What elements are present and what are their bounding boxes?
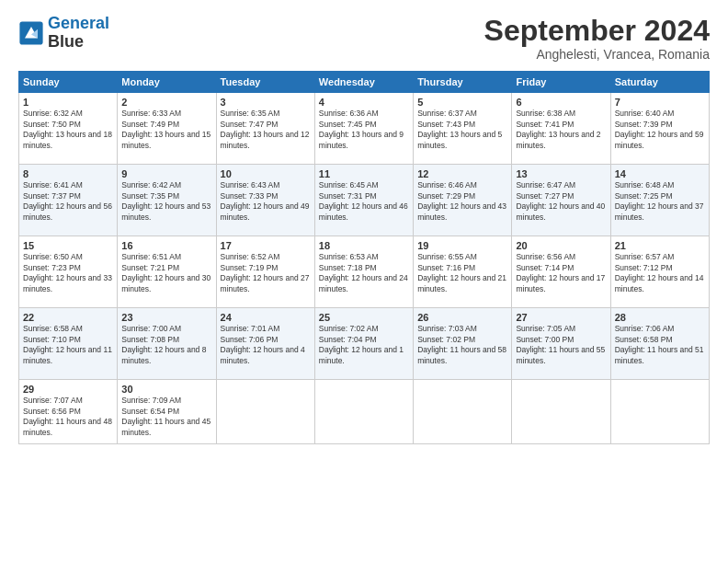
table-row (414, 380, 512, 444)
table-row: 29 Sunrise: 7:07 AM Sunset: 6:56 PM Dayl… (19, 380, 118, 444)
day-number: 28 (615, 312, 705, 323)
day-number: 7 (615, 97, 705, 108)
table-row (512, 380, 610, 444)
month-title: September 2024 (484, 15, 710, 47)
header-saturday: Saturday (610, 72, 709, 93)
day-info: Sunrise: 6:37 AM Sunset: 7:43 PM Dayligh… (417, 109, 507, 151)
day-number: 1 (23, 97, 113, 108)
table-row: 15 Sunrise: 6:50 AM Sunset: 7:23 PM Dayl… (19, 236, 118, 308)
day-info: Sunrise: 6:32 AM Sunset: 7:50 PM Dayligh… (23, 109, 113, 151)
day-number: 8 (23, 168, 113, 179)
day-info: Sunrise: 7:00 AM Sunset: 7:08 PM Dayligh… (121, 324, 211, 366)
day-number: 19 (417, 240, 507, 251)
day-info: Sunrise: 7:09 AM Sunset: 6:54 PM Dayligh… (121, 396, 211, 438)
page: General Blue September 2024 Anghelesti, … (0, 0, 728, 563)
day-info: Sunrise: 7:03 AM Sunset: 7:02 PM Dayligh… (417, 324, 507, 366)
day-number: 6 (516, 97, 606, 108)
calendar-table: Sunday Monday Tuesday Wednesday Thursday… (18, 71, 710, 444)
day-number: 2 (121, 97, 211, 108)
day-info: Sunrise: 6:43 AM Sunset: 7:33 PM Dayligh… (221, 180, 311, 223)
table-row: 19 Sunrise: 6:55 AM Sunset: 7:16 PM Dayl… (414, 236, 512, 308)
header-wednesday: Wednesday (314, 72, 413, 93)
table-row: 16 Sunrise: 6:51 AM Sunset: 7:21 PM Dayl… (118, 236, 216, 308)
day-info: Sunrise: 6:47 AM Sunset: 7:27 PM Dayligh… (516, 180, 606, 223)
day-number: 12 (417, 168, 507, 179)
day-info: Sunrise: 7:01 AM Sunset: 7:06 PM Dayligh… (221, 324, 311, 366)
title-block: September 2024 Anghelesti, Vrancea, Roma… (484, 15, 710, 62)
table-row: 20 Sunrise: 6:56 AM Sunset: 7:14 PM Dayl… (512, 236, 610, 308)
day-info: Sunrise: 7:07 AM Sunset: 6:56 PM Dayligh… (23, 396, 113, 438)
day-info: Sunrise: 6:57 AM Sunset: 7:12 PM Dayligh… (615, 252, 705, 294)
table-row (314, 380, 413, 444)
day-number: 4 (319, 97, 409, 108)
header-monday: Monday (118, 72, 216, 93)
day-info: Sunrise: 7:06 AM Sunset: 6:58 PM Dayligh… (615, 324, 705, 366)
day-number: 25 (319, 312, 409, 323)
header-thursday: Thursday (414, 72, 512, 93)
table-row: 30 Sunrise: 7:09 AM Sunset: 6:54 PM Dayl… (118, 380, 216, 444)
day-number: 5 (417, 97, 507, 108)
day-number: 22 (23, 312, 113, 323)
table-row: 3 Sunrise: 6:35 AM Sunset: 7:47 PM Dayli… (216, 93, 314, 165)
day-number: 30 (121, 384, 211, 395)
table-row: 21 Sunrise: 6:57 AM Sunset: 7:12 PM Dayl… (610, 236, 709, 308)
table-row: 17 Sunrise: 6:52 AM Sunset: 7:19 PM Dayl… (216, 236, 314, 308)
location-subtitle: Anghelesti, Vrancea, Romania (484, 47, 710, 62)
day-number: 16 (121, 240, 211, 251)
day-info: Sunrise: 6:41 AM Sunset: 7:37 PM Dayligh… (23, 180, 113, 223)
day-number: 17 (221, 240, 311, 251)
day-number: 11 (319, 168, 409, 179)
table-row: 9 Sunrise: 6:42 AM Sunset: 7:35 PM Dayli… (118, 165, 216, 236)
logo-text: General Blue (48, 15, 109, 52)
logo: General Blue (18, 15, 109, 52)
header-sunday: Sunday (19, 72, 118, 93)
table-row: 28 Sunrise: 7:06 AM Sunset: 6:58 PM Dayl… (610, 308, 709, 380)
day-info: Sunrise: 6:33 AM Sunset: 7:49 PM Dayligh… (121, 109, 211, 151)
table-row (216, 380, 314, 444)
day-info: Sunrise: 7:05 AM Sunset: 7:00 PM Dayligh… (516, 324, 606, 366)
weekday-header-row: Sunday Monday Tuesday Wednesday Thursday… (19, 72, 710, 93)
table-row: 7 Sunrise: 6:40 AM Sunset: 7:39 PM Dayli… (610, 93, 709, 165)
table-row: 25 Sunrise: 7:02 AM Sunset: 7:04 PM Dayl… (314, 308, 413, 380)
day-number: 23 (121, 312, 211, 323)
day-info: Sunrise: 6:55 AM Sunset: 7:16 PM Dayligh… (417, 252, 507, 294)
day-number: 15 (23, 240, 113, 251)
day-info: Sunrise: 7:02 AM Sunset: 7:04 PM Dayligh… (319, 324, 409, 366)
day-number: 10 (221, 168, 311, 179)
day-info: Sunrise: 6:46 AM Sunset: 7:29 PM Dayligh… (417, 180, 507, 223)
day-number: 9 (121, 168, 211, 179)
table-row: 11 Sunrise: 6:45 AM Sunset: 7:31 PM Dayl… (314, 165, 413, 236)
header: General Blue September 2024 Anghelesti, … (18, 15, 710, 62)
day-info: Sunrise: 6:53 AM Sunset: 7:18 PM Dayligh… (319, 252, 409, 294)
day-number: 20 (516, 240, 606, 251)
day-info: Sunrise: 6:56 AM Sunset: 7:14 PM Dayligh… (516, 252, 606, 294)
day-info: Sunrise: 6:36 AM Sunset: 7:45 PM Dayligh… (319, 109, 409, 151)
header-tuesday: Tuesday (216, 72, 314, 93)
table-row: 26 Sunrise: 7:03 AM Sunset: 7:02 PM Dayl… (414, 308, 512, 380)
table-row (610, 380, 709, 444)
table-row: 2 Sunrise: 6:33 AM Sunset: 7:49 PM Dayli… (118, 93, 216, 165)
table-row: 4 Sunrise: 6:36 AM Sunset: 7:45 PM Dayli… (314, 93, 413, 165)
table-row: 27 Sunrise: 7:05 AM Sunset: 7:00 PM Dayl… (512, 308, 610, 380)
day-number: 21 (615, 240, 705, 251)
table-row: 1 Sunrise: 6:32 AM Sunset: 7:50 PM Dayli… (19, 93, 118, 165)
table-row: 14 Sunrise: 6:48 AM Sunset: 7:25 PM Dayl… (610, 165, 709, 236)
table-row: 22 Sunrise: 6:58 AM Sunset: 7:10 PM Dayl… (19, 308, 118, 380)
day-info: Sunrise: 6:51 AM Sunset: 7:21 PM Dayligh… (121, 252, 211, 294)
table-row: 13 Sunrise: 6:47 AM Sunset: 7:27 PM Dayl… (512, 165, 610, 236)
day-number: 27 (516, 312, 606, 323)
day-info: Sunrise: 6:38 AM Sunset: 7:41 PM Dayligh… (516, 109, 606, 151)
day-number: 24 (221, 312, 311, 323)
logo-icon (18, 20, 44, 46)
day-info: Sunrise: 6:42 AM Sunset: 7:35 PM Dayligh… (121, 180, 211, 223)
table-row: 24 Sunrise: 7:01 AM Sunset: 7:06 PM Dayl… (216, 308, 314, 380)
day-number: 13 (516, 168, 606, 179)
day-info: Sunrise: 6:58 AM Sunset: 7:10 PM Dayligh… (23, 324, 113, 366)
day-info: Sunrise: 6:52 AM Sunset: 7:19 PM Dayligh… (221, 252, 311, 294)
day-info: Sunrise: 6:50 AM Sunset: 7:23 PM Dayligh… (23, 252, 113, 294)
table-row: 12 Sunrise: 6:46 AM Sunset: 7:29 PM Dayl… (414, 165, 512, 236)
table-row: 18 Sunrise: 6:53 AM Sunset: 7:18 PM Dayl… (314, 236, 413, 308)
day-number: 3 (221, 97, 311, 108)
day-info: Sunrise: 6:45 AM Sunset: 7:31 PM Dayligh… (319, 180, 409, 223)
table-row: 5 Sunrise: 6:37 AM Sunset: 7:43 PM Dayli… (414, 93, 512, 165)
